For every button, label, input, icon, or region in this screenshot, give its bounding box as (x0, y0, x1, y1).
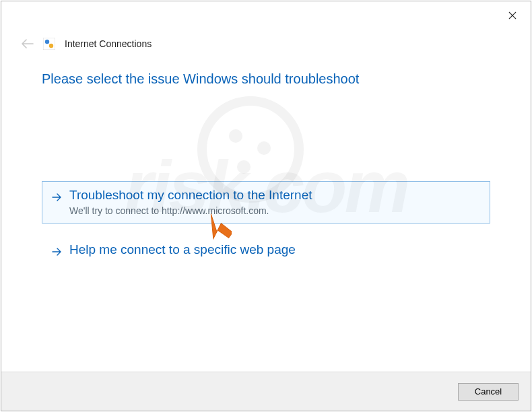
content-area: Please select the issue Windows should t… (1, 55, 531, 267)
back-arrow-icon (22, 39, 34, 48)
app-icon (43, 38, 55, 50)
option-specific-webpage[interactable]: Help me connect to a specific web page (42, 236, 490, 267)
arrow-right-icon (51, 187, 63, 205)
close-button[interactable] (500, 5, 525, 26)
app-title: Internet Connections (65, 38, 152, 49)
option-desc: We'll try to connect to http://www.micro… (69, 205, 312, 216)
option-body: Help me connect to a specific web page (69, 242, 296, 259)
svg-rect-2 (43, 38, 55, 50)
svg-point-3 (45, 40, 49, 44)
titlebar (1, 1, 531, 30)
arrow-right-icon (51, 242, 63, 259)
footer: Cancel (1, 372, 531, 411)
back-button[interactable] (22, 38, 34, 50)
option-body: Troubleshoot my connection to the Intern… (69, 187, 312, 216)
close-icon (508, 11, 517, 20)
option-title: Help me connect to a specific web page (69, 242, 296, 259)
option-troubleshoot-internet[interactable]: Troubleshoot my connection to the Intern… (42, 181, 490, 224)
option-title: Troubleshoot my connection to the Intern… (69, 187, 312, 204)
svg-point-4 (49, 44, 53, 48)
cancel-button[interactable]: Cancel (458, 383, 519, 401)
troubleshooter-window: Internet Connections Please select the i… (1, 1, 531, 411)
header-row: Internet Connections (1, 30, 531, 55)
page-heading: Please select the issue Windows should t… (42, 71, 490, 87)
